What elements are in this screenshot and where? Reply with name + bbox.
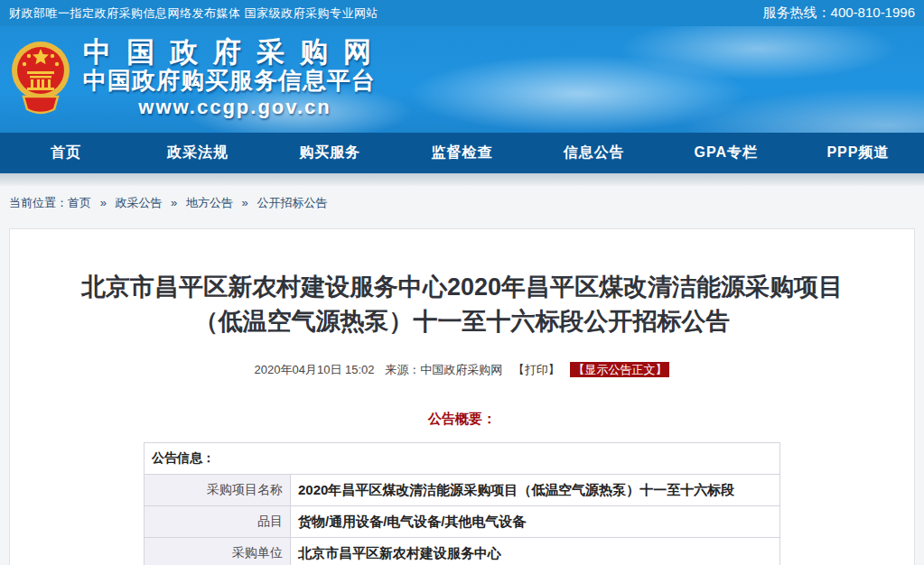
main-nav: 首页 政采法规 购买服务 监督检查 信息公告 GPA专栏 PPP频道 bbox=[0, 133, 924, 173]
site-banner: 中国政府采购网 中国政府购买服务信息平台 www.ccgp.gov.cn bbox=[0, 26, 924, 133]
nav-shadow bbox=[0, 173, 924, 186]
nav-item-supervision[interactable]: 监督检查 bbox=[396, 144, 527, 162]
table-row: 品目 货物/通用设备/电气设备/其他电气设备 bbox=[145, 506, 780, 538]
nav-item-ppp[interactable]: PPP频道 bbox=[792, 144, 924, 162]
purchasing-unit-value: 北京市昌平区新农村建设服务中心 bbox=[291, 538, 780, 565]
publish-datetime: 2020年04月10日 15:02 bbox=[255, 363, 375, 376]
breadcrumb-procurement-notices[interactable]: 政采公告 bbox=[115, 196, 162, 209]
nav-item-regulations[interactable]: 政采法规 bbox=[132, 144, 264, 162]
table-row: 采购项目名称 2020年昌平区煤改清洁能源采购项目（低温空气源热泵）十一至十六标… bbox=[145, 475, 780, 506]
national-emblem-icon bbox=[11, 37, 70, 120]
project-name-label: 采购项目名称 bbox=[145, 475, 291, 506]
breadcrumb-home[interactable]: 首页 bbox=[68, 196, 91, 209]
table-section-header: 公告信息： bbox=[145, 443, 780, 475]
table-row: 采购单位 北京市昌平区新农村建设服务中心 bbox=[145, 538, 780, 565]
platform-name: 中国政府购买服务信息平台 bbox=[83, 67, 387, 94]
nav-item-home[interactable]: 首页 bbox=[0, 144, 132, 162]
page-title: 北京市昌平区新农村建设服务中心2020年昌平区煤改清洁能源采购项目（低温空气源热… bbox=[73, 270, 851, 338]
site-tagline: 财政部唯一指定政府采购信息网络发布媒体 国家级政府采购专业网站 bbox=[9, 5, 378, 22]
logo-text: 中国政府采购网 中国政府购买服务信息平台 www.ccgp.gov.cn bbox=[83, 37, 387, 120]
nav-item-purchase-services[interactable]: 购买服务 bbox=[264, 144, 396, 162]
article-source: 来源：中国政府采购网 bbox=[385, 363, 502, 376]
article-meta: 2020年04月10日 15:02 来源：中国政府采购网 【打印】 【显示公告正… bbox=[10, 362, 914, 378]
breadcrumb-separator: » bbox=[242, 196, 248, 209]
breadcrumb-prefix: 当前位置： bbox=[9, 196, 68, 209]
summary-heading: 公告概要： bbox=[10, 411, 914, 428]
print-button[interactable]: 【打印】 bbox=[513, 363, 560, 376]
site-url: www.ccgp.gov.cn bbox=[83, 95, 387, 119]
breadcrumb: 当前位置：首页 » 政采公告 » 地方公告 » 公开招标公告 bbox=[0, 186, 924, 215]
site-logo[interactable]: 中国政府采购网 中国政府购买服务信息平台 www.ccgp.gov.cn bbox=[11, 37, 387, 120]
breadcrumb-separator: » bbox=[100, 196, 107, 209]
show-full-notice-button[interactable]: 【显示公告正文】 bbox=[570, 362, 669, 377]
project-name-value: 2020年昌平区煤改清洁能源采购项目（低温空气源热泵）十一至十六标段 bbox=[291, 475, 780, 506]
content-panel: 北京市昌平区新农村建设服务中心2020年昌平区煤改清洁能源采购项目（低温空气源热… bbox=[9, 228, 915, 565]
service-hotline: 服务热线：400-810-1996 bbox=[763, 5, 915, 22]
breadcrumb-current-page: 公开招标公告 bbox=[257, 196, 327, 209]
breadcrumb-local-notices[interactable]: 地方公告 bbox=[186, 196, 233, 209]
nav-item-gpa[interactable]: GPA专栏 bbox=[660, 144, 792, 162]
notice-summary-table: 公告信息： 采购项目名称 2020年昌平区煤改清洁能源采购项目（低温空气源热泵）… bbox=[144, 442, 780, 565]
table-row: 公告信息： bbox=[145, 443, 780, 475]
topbar: 财政部唯一指定政府采购信息网络发布媒体 国家级政府采购专业网站 服务热线：400… bbox=[0, 0, 924, 26]
category-value: 货物/通用设备/电气设备/其他电气设备 bbox=[291, 506, 780, 538]
category-label: 品目 bbox=[145, 506, 291, 538]
purchasing-unit-label: 采购单位 bbox=[145, 538, 291, 565]
site-name: 中国政府采购网 bbox=[83, 37, 387, 67]
nav-item-announcements[interactable]: 信息公告 bbox=[528, 144, 660, 162]
breadcrumb-separator: » bbox=[171, 196, 177, 209]
